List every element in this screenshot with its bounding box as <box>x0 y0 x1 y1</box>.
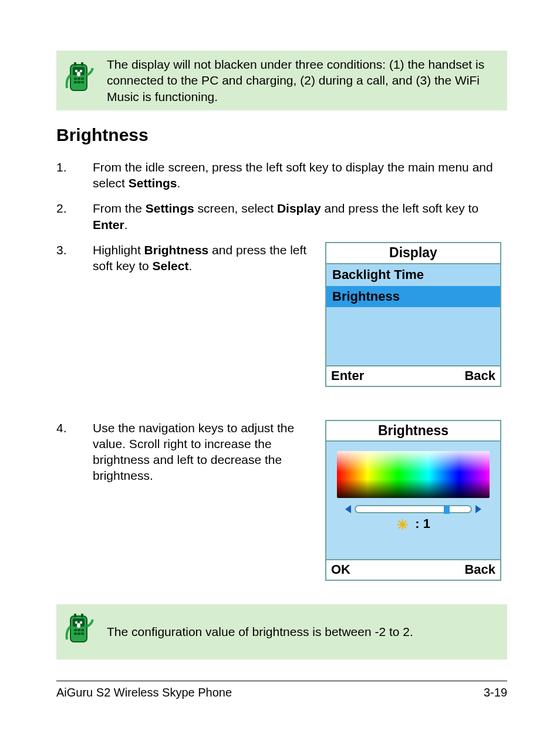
screen1-item-brightness-selected: Brightness <box>326 286 500 308</box>
svg-rect-21 <box>74 632 77 635</box>
svg-rect-25 <box>81 614 83 617</box>
svg-rect-24 <box>74 614 76 617</box>
footer-product-name: AiGuru S2 Wireless Skype Phone <box>56 685 232 700</box>
step-2-part-c: screen, select <box>194 201 277 215</box>
svg-rect-6 <box>77 78 80 80</box>
page-footer: AiGuru S2 Wireless Skype Phone 3-19 <box>56 681 507 700</box>
screen1-softkey-right: Back <box>464 368 495 385</box>
arrow-right-icon <box>475 505 481 513</box>
device-screenshot-brightness: Brightness ☀ : 1 <box>325 420 501 581</box>
screen1-list: Backlight Time Brightness <box>326 264 500 365</box>
svg-rect-9 <box>77 81 80 83</box>
svg-rect-11 <box>74 62 76 66</box>
step-2-part-e: and press the left soft key to <box>321 201 478 215</box>
phone-mascot-icon <box>62 62 95 99</box>
step-2-text: From the Settings screen, select Display… <box>93 200 507 233</box>
footer-divider <box>56 681 507 681</box>
screen1-title: Display <box>326 243 500 264</box>
brightness-value-row: ☀ : 1 <box>332 516 494 534</box>
color-spectrum-icon <box>337 451 490 498</box>
step-2-number: 2. <box>56 200 93 216</box>
step-2-bold-display: Display <box>277 201 321 215</box>
info-note-2: The configuration value of brightness is… <box>56 604 507 659</box>
step-1-number: 1. <box>56 159 93 175</box>
footer-page-number: 3-19 <box>484 685 507 700</box>
svg-rect-8 <box>74 81 77 83</box>
info-note-1: The display will not blacken under three… <box>56 51 507 110</box>
screen2-softkey-left: OK <box>331 561 350 578</box>
step-2-bold-enter: Enter <box>93 218 124 231</box>
brightness-value: 1 <box>423 517 430 531</box>
step-1: 1. From the idle screen, press the left … <box>56 159 507 191</box>
step-3: 3. Highlight Brightness and press the le… <box>56 242 507 410</box>
screen1-softkey-left: Enter <box>331 368 364 385</box>
step-2-part-a: From the <box>93 201 146 215</box>
step-3-bold-select: Select <box>153 259 189 272</box>
svg-rect-12 <box>81 62 83 66</box>
svg-rect-5 <box>74 78 77 80</box>
device-screenshot-display: Display Backlight Time Brightness Enter … <box>325 242 501 386</box>
step-4: 4. Use the navigation keys to adjust the… <box>56 420 507 581</box>
screen2-softkeys: OK Back <box>326 559 500 580</box>
svg-point-16 <box>80 621 82 624</box>
step-3-bold-brightness: Brightness <box>144 243 209 257</box>
step-1-bold-settings: Settings <box>129 176 177 190</box>
step-2-part-g: . <box>124 218 128 231</box>
svg-rect-7 <box>81 78 84 80</box>
screen2-title: Brightness <box>326 421 500 442</box>
section-heading-brightness: Brightness <box>56 123 507 146</box>
svg-rect-20 <box>81 629 84 631</box>
screen2-softkey-right: Back <box>464 561 495 578</box>
sun-icon: ☀ <box>396 516 409 534</box>
step-3-number: 3. <box>56 242 93 258</box>
brightness-value-sep: : <box>411 517 423 531</box>
svg-rect-19 <box>77 629 80 631</box>
screen1-softkeys: Enter Back <box>326 365 500 386</box>
step-3-part-e: . <box>188 259 192 272</box>
step-2: 2. From the Settings screen, select Disp… <box>56 200 507 233</box>
step-1-part-c: . <box>177 176 181 190</box>
arrow-left-icon <box>345 505 351 513</box>
brightness-slider <box>332 505 494 513</box>
step-4-number: 4. <box>56 420 93 436</box>
svg-rect-22 <box>77 632 80 635</box>
step-1-text: From the idle screen, press the left sof… <box>93 159 507 191</box>
step-4-text: Use the navigation keys to adjust the va… <box>93 420 325 484</box>
svg-rect-18 <box>74 629 77 631</box>
slider-thumb <box>444 506 450 514</box>
step-3-text: Highlight Brightness and press the left … <box>93 242 325 274</box>
svg-point-2 <box>75 70 77 72</box>
note-1-text: The display will not blacken under three… <box>107 56 499 105</box>
slider-track <box>355 505 472 513</box>
note-2-text: The configuration value of brightness is… <box>107 624 413 640</box>
svg-rect-23 <box>81 632 84 635</box>
svg-point-17 <box>77 623 80 628</box>
svg-rect-10 <box>81 81 84 83</box>
step-2-bold-settings: Settings <box>146 201 194 215</box>
svg-point-4 <box>77 72 80 76</box>
screen1-item-backlight: Backlight Time <box>326 264 500 286</box>
svg-point-3 <box>80 70 82 72</box>
phone-mascot-icon <box>62 614 95 650</box>
svg-point-15 <box>75 621 77 624</box>
step-3-part-a: Highlight <box>93 243 144 257</box>
